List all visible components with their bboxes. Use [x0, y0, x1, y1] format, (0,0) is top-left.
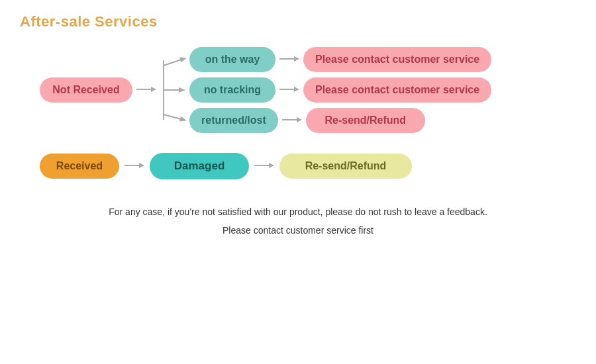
- branch-row-3: returned/lost Re-send/Refund: [189, 108, 491, 133]
- branches-container: on the way Please contact customer servi…: [160, 47, 491, 133]
- arrow-received-2: [254, 161, 274, 169]
- footer: For any case, if you're not satisfied wi…: [20, 203, 576, 240]
- svg-marker-16: [139, 163, 144, 168]
- branches-list: on the way Please contact customer servi…: [189, 47, 491, 133]
- footer-line-2: Please contact customer service first: [20, 221, 576, 240]
- arrow-to-branches: [136, 85, 156, 93]
- branch-mid-2: no tracking: [189, 77, 275, 103]
- arrow-3: [282, 116, 302, 124]
- arrow-1: [279, 55, 299, 63]
- branch-result-1: Please contact customer service: [303, 47, 491, 72]
- svg-marker-1: [151, 87, 156, 92]
- svg-marker-6: [179, 87, 185, 93]
- branch-mid-3: returned/lost: [189, 108, 278, 133]
- branch-row-2: no tracking Please contact customer serv…: [189, 77, 491, 103]
- svg-marker-8: [179, 116, 187, 123]
- arrow-2: [279, 85, 299, 93]
- svg-marker-14: [297, 117, 302, 122]
- svg-marker-10: [294, 56, 299, 62]
- received-node: Received: [40, 154, 119, 179]
- branch-mid-1: on the way: [189, 47, 275, 72]
- page-title: After-sale Services: [20, 13, 576, 30]
- arrow-received-1: [124, 161, 144, 169]
- svg-marker-4: [179, 56, 187, 62]
- branch-row-1: on the way Please contact customer servi…: [189, 47, 491, 72]
- branch-result-2: Please contact customer service: [303, 77, 491, 103]
- svg-marker-18: [269, 163, 274, 168]
- damaged-node: Damaged: [150, 153, 249, 179]
- not-received-node: Not Received: [40, 77, 132, 103]
- footer-line-1: For any case, if you're not satisfied wi…: [20, 203, 576, 221]
- branch-result-3: Re-send/Refund: [306, 108, 425, 133]
- not-received-section: Not Received: [40, 47, 576, 133]
- svg-marker-12: [294, 87, 299, 92]
- resend-refund-node: Re-send/Refund: [279, 154, 412, 179]
- branch-connector-svg: [160, 54, 187, 126]
- page: After-sale Services Not Received: [0, 0, 596, 364]
- received-section: Received Damaged Re-send/Refund: [40, 153, 576, 179]
